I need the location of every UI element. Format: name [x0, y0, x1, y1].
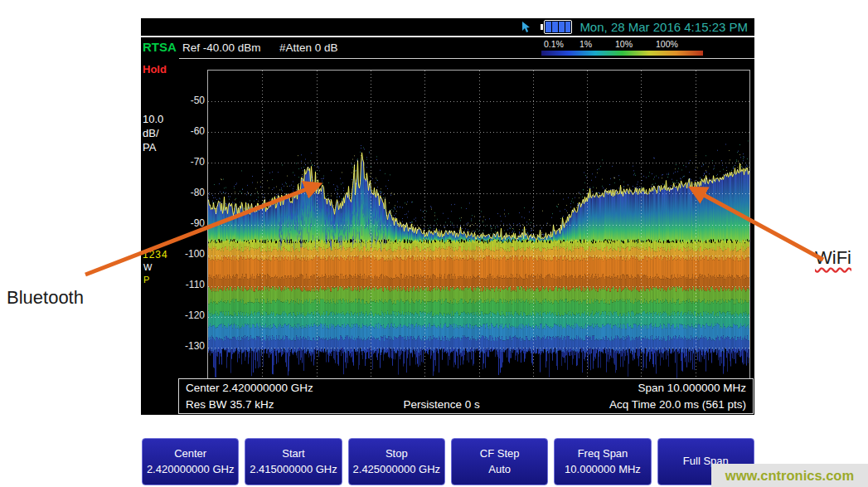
softkey-label: Freq Span	[578, 446, 628, 461]
watermark-area: www.cntronics.com	[711, 464, 868, 487]
softkey-value: Auto	[488, 462, 511, 477]
softkey-value: 2.415000000 GHz	[250, 462, 337, 477]
density-scale: 0.1% 1% 10% 100%	[541, 37, 707, 58]
y-axis-tick: -100	[166, 248, 205, 260]
y-axis-tick: -50	[166, 95, 205, 106]
clock-text: Mon, 28 Mar 2016 4:15:23 PM	[579, 20, 748, 34]
persistence-text: Persistence 0 s	[404, 398, 480, 411]
y-axis-tick: -60	[166, 125, 205, 137]
y-axis-tick: -80	[166, 187, 205, 198]
scale-per-div-unit: dB/	[143, 127, 159, 139]
measurement-info: Center 2.420000000 GHz Span 10.000000 MH…	[178, 378, 754, 414]
softkey-label: Start	[282, 446, 304, 461]
softkey-freq-span[interactable]: Freq Span 10.000000 MHz	[554, 438, 651, 485]
softkey-label: CF Step	[480, 446, 520, 461]
softkey-cf-step[interactable]: CF Step Auto	[451, 438, 548, 485]
y-axis-tick: -90	[166, 217, 205, 229]
status-bar: Mon, 28 Mar 2016 4:15:23 PM	[141, 18, 754, 37]
preamp-badge: PA	[143, 141, 156, 153]
softkey-center[interactable]: Center 2.420000000 GHz	[142, 438, 239, 485]
annotation-row: Ref -40.00 dBm #Atten 0 dB 0.1% 1% 10% 1…	[179, 37, 754, 59]
softkey-label: Stop	[386, 446, 408, 461]
scale-tick-label: 100%	[656, 39, 678, 49]
battery-icon	[541, 20, 572, 34]
watermark-text: www.cntronics.com	[725, 468, 854, 484]
density-colorbar	[541, 51, 703, 56]
softkey-bar: Center 2.420000000 GHz Start 2.415000000…	[142, 438, 754, 485]
span-text: Span 10.000000 MHz	[638, 382, 746, 394]
trace-state-w: W	[143, 262, 152, 272]
acq-time-text: Acq Time 20.0 ms (561 pts)	[609, 398, 746, 411]
fieldfox-screenshot: Mon, 28 Mar 2016 4:15:23 PM Ref -40.00 d…	[0, 0, 868, 487]
scale-tick-label: 10%	[615, 39, 633, 49]
ref-level-label: Ref -40.00 dBm	[182, 41, 261, 54]
softkey-label: Center	[174, 446, 206, 461]
softkey-start[interactable]: Start 2.415000000 GHz	[245, 438, 342, 485]
scale-per-div-value: 10.0	[143, 113, 163, 125]
trace-numbers: 1234	[143, 249, 168, 261]
analyzer-screen: Ref -40.00 dBm #Atten 0 dB 0.1% 1% 10% 1…	[141, 37, 754, 415]
y-axis-tick: -130	[166, 340, 205, 352]
y-axis-tick: -120	[166, 309, 205, 321]
bluetooth-label: Bluetooth	[7, 287, 84, 309]
spectrum-canvas	[208, 71, 749, 378]
y-axis-tick: -110	[166, 279, 205, 290]
density-scale-labels: 0.1% 1% 10% 100%	[541, 39, 707, 49]
scale-tick-label: 1%	[579, 39, 592, 49]
center-freq-text: Center 2.420000000 GHz	[186, 382, 313, 394]
res-bw-text: Res BW 35.7 kHz	[186, 398, 274, 411]
softkey-value: 2.420000000 GHz	[147, 462, 235, 477]
wifi-label: WiFi	[815, 247, 851, 269]
spectrum-plot	[207, 70, 750, 379]
softkey-value: 10.000000 MHz	[565, 462, 641, 477]
softkey-stop[interactable]: Stop 2.425000000 GHz	[348, 438, 445, 485]
y-axis-tick: -70	[166, 156, 205, 168]
mode-badge: RTSA	[143, 40, 177, 54]
trace-state-p: P	[143, 275, 149, 285]
sweep-state-badge: Hold	[143, 63, 167, 75]
pointer-icon	[520, 21, 533, 33]
atten-label: #Atten 0 dB	[279, 41, 338, 54]
scale-tick-label: 0.1%	[544, 39, 564, 49]
softkey-value: 2.425000000 GHz	[353, 462, 441, 477]
